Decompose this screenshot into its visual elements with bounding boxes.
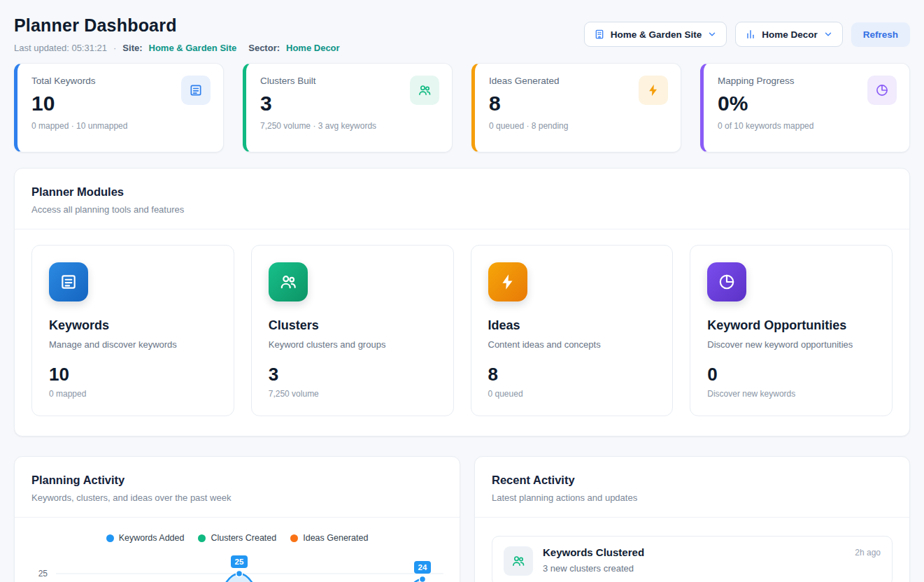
legend-dot — [290, 534, 298, 542]
module-detail: 0 queued — [488, 389, 656, 399]
stat-detail: 7,250 volume · 3 avg keywords — [260, 121, 376, 131]
recent-activity-item: Keywords Clustered 3 new clusters create… — [492, 536, 893, 582]
section-subtitle: Keywords, clusters, and ideas over the p… — [31, 492, 443, 503]
stat-card-ideas-generated: Ideas Generated 8 0 queued · 8 pending — [471, 63, 681, 152]
stat-card-total-keywords: Total Keywords 10 0 mapped · 10 unmapped — [14, 63, 224, 152]
sector-selector[interactable]: Home Decor — [735, 22, 843, 47]
header-controls: Home & Garden Site Home Decor Refresh — [584, 22, 910, 47]
legend-item-keywords-added: Keywords Added — [106, 533, 185, 543]
bar-chart-icon — [745, 29, 756, 40]
module-description: Discover new keyword opportunities — [707, 339, 875, 350]
recent-item-text: Keywords Clustered 3 new clusters create… — [543, 546, 644, 574]
svg-text:25: 25 — [235, 558, 244, 566]
document-icon — [49, 262, 88, 301]
bottom-row: Planning Activity Keywords, clusters, an… — [14, 456, 910, 582]
separator-dot: · — [113, 43, 116, 53]
stat-text: Clusters Built 3 7,250 volume · 3 avg ke… — [260, 76, 376, 141]
stat-text: Total Keywords 10 0 mapped · 10 unmapped — [31, 76, 127, 141]
chevron-down-icon — [707, 29, 717, 39]
site-link[interactable]: Home & Garden Site — [149, 43, 237, 53]
stat-card-clusters-built: Clusters Built 3 7,250 volume · 3 avg ke… — [243, 63, 453, 152]
section-title: Planning Activity — [31, 474, 443, 487]
module-description: Manage and discover keywords — [49, 339, 217, 350]
stat-card-mapping-progress: Mapping Progress 0% 0 of 10 keywords map… — [700, 63, 910, 152]
legend-label: Clusters Created — [211, 533, 276, 543]
page-title: Planner Dashboard — [14, 15, 340, 36]
document-icon — [181, 76, 211, 105]
planner-dashboard-page: Planner Dashboard Last updated: 05:31:21… — [0, 0, 924, 582]
stat-label: Clusters Built — [260, 76, 376, 86]
stat-detail: 0 queued · 8 pending — [489, 121, 568, 131]
section-subtitle: Latest planning actions and updates — [492, 492, 893, 503]
users-icon — [504, 546, 533, 576]
recent-item-timestamp: 2h ago — [855, 546, 881, 558]
stat-text: Mapping Progress 0% 0 of 10 keywords map… — [718, 76, 813, 141]
module-card-keyword-opportunities[interactable]: Keyword Opportunities Discover new keywo… — [690, 245, 893, 416]
sector-label: Sector: — [248, 43, 280, 53]
recent-activity-header: Recent Activity Latest planning actions … — [475, 457, 909, 518]
bolt-icon — [639, 76, 668, 105]
stat-label: Ideas Generated — [489, 76, 568, 86]
title-block: Planner Dashboard Last updated: 05:31:21… — [14, 15, 340, 53]
legend-dot — [106, 534, 114, 542]
legend-label: Ideas Generated — [303, 533, 368, 543]
module-value: 8 — [488, 364, 656, 385]
sector-link[interactable]: Home Decor — [286, 43, 340, 53]
recent-activity-panel: Recent Activity Latest planning actions … — [474, 456, 910, 582]
stat-label: Total Keywords — [31, 76, 127, 86]
recent-item-title: Keywords Clustered — [543, 546, 644, 558]
chart-area: 252524 — [15, 543, 460, 582]
planning-activity-chart: 252524 — [24, 548, 450, 582]
modules-grid: Keywords Manage and discover keywords 10… — [15, 229, 909, 436]
module-card-ideas[interactable]: Ideas Content ideas and concepts 8 0 que… — [471, 245, 674, 416]
stat-value: 10 — [31, 92, 127, 115]
top-bar: Planner Dashboard Last updated: 05:31:21… — [14, 15, 910, 53]
module-description: Content ideas and concepts — [488, 339, 656, 350]
site-selector[interactable]: Home & Garden Site — [584, 22, 727, 47]
stat-value: 0% — [718, 92, 813, 115]
chart-legend: Keywords Added Clusters Created Ideas Ge… — [15, 518, 460, 543]
stat-label: Mapping Progress — [718, 76, 813, 86]
site-selector-label: Home & Garden Site — [611, 29, 702, 40]
stat-detail: 0 of 10 keywords mapped — [718, 121, 813, 131]
pie-chart-icon — [867, 76, 897, 105]
svg-text:25: 25 — [38, 569, 48, 579]
bolt-icon — [488, 262, 527, 301]
module-title: Ideas — [488, 318, 656, 333]
legend-dot — [198, 534, 206, 542]
users-icon — [410, 76, 439, 105]
module-value: 3 — [269, 364, 436, 385]
stat-value: 8 — [489, 92, 568, 115]
planning-activity-panel: Planning Activity Keywords, clusters, an… — [14, 456, 460, 582]
module-value: 10 — [49, 364, 217, 385]
site-label: Site: — [122, 43, 142, 53]
planning-activity-header: Planning Activity Keywords, clusters, an… — [15, 457, 460, 518]
section-subtitle: Access all planning tools and features — [31, 204, 893, 215]
planner-modules-header: Planner Modules Access all planning tool… — [15, 169, 909, 229]
last-updated-text: Last updated: 05:31:21 — [14, 43, 107, 53]
section-title: Recent Activity — [492, 474, 893, 487]
module-value: 0 — [707, 364, 875, 385]
stat-detail: 0 mapped · 10 unmapped — [31, 121, 127, 131]
meta-row: Last updated: 05:31:21 · Site: Home & Ga… — [14, 43, 340, 53]
legend-item-ideas-generated: Ideas Generated — [290, 533, 368, 543]
stat-value: 3 — [260, 92, 376, 115]
svg-text:24: 24 — [418, 563, 427, 572]
users-icon — [269, 262, 308, 301]
building-icon — [594, 29, 605, 40]
refresh-button[interactable]: Refresh — [851, 22, 910, 47]
chevron-down-icon — [823, 29, 833, 39]
module-card-keywords[interactable]: Keywords Manage and discover keywords 10… — [31, 245, 234, 416]
legend-label: Keywords Added — [119, 533, 185, 543]
recent-item-description: 3 new clusters created — [543, 563, 644, 574]
legend-item-clusters-created: Clusters Created — [198, 533, 276, 543]
module-title: Keywords — [49, 318, 217, 333]
module-detail: Discover new keywords — [707, 389, 875, 399]
module-card-clusters[interactable]: Clusters Keyword clusters and groups 3 7… — [251, 245, 454, 416]
module-detail: 7,250 volume — [269, 389, 436, 399]
planner-modules-panel: Planner Modules Access all planning tool… — [14, 168, 910, 436]
stat-text: Ideas Generated 8 0 queued · 8 pending — [489, 76, 568, 141]
module-title: Keyword Opportunities — [707, 318, 875, 333]
module-description: Keyword clusters and groups — [269, 339, 436, 350]
module-detail: 0 mapped — [49, 389, 217, 399]
